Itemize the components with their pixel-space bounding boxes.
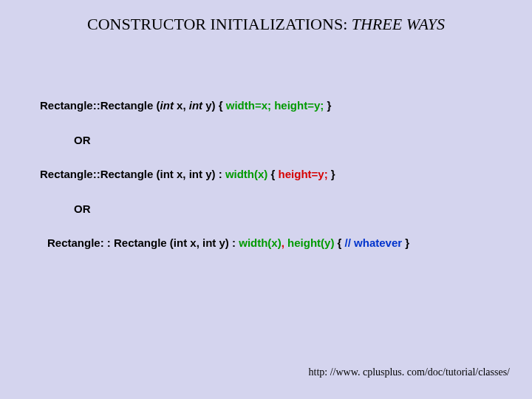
comma: , bbox=[282, 236, 287, 249]
brace-open: { bbox=[334, 236, 344, 249]
init-height: height(y) bbox=[287, 236, 334, 249]
footer-url: http: //www. cplusplus. com/doc/tutorial… bbox=[309, 366, 510, 378]
colon: : bbox=[232, 236, 239, 249]
comment: // whatever bbox=[345, 236, 403, 249]
int-kw: int bbox=[189, 99, 202, 112]
colon: : bbox=[219, 168, 225, 180]
or-separator-1: OR bbox=[74, 132, 517, 149]
assign-width: width=x; bbox=[226, 99, 271, 112]
sig: Rectangle::Rectangle (int x, int y) bbox=[40, 168, 219, 180]
brace-close: } bbox=[328, 168, 335, 180]
int-kw: int bbox=[160, 99, 174, 112]
param-x: x, bbox=[174, 99, 189, 112]
sig: Rectangle::Rectangle ( bbox=[40, 99, 160, 112]
code-line-3: Rectangle: : Rectangle (int x, int y) : … bbox=[47, 235, 517, 252]
sig: Rectangle: : Rectangle (int x, int y) bbox=[47, 236, 232, 249]
title-emph: THREE WAYS bbox=[352, 15, 445, 33]
brace-close: } bbox=[402, 236, 409, 249]
page-title: CONSTRUCTOR INITIALIZATIONS: THREE WAYS bbox=[0, 15, 532, 34]
or-separator-2: OR bbox=[74, 201, 517, 218]
init-width: width(x) bbox=[239, 236, 282, 249]
code-block: Rectangle::Rectangle (int x, int y) { wi… bbox=[40, 98, 517, 252]
code-line-2: Rectangle::Rectangle (int x, int y) : wi… bbox=[40, 166, 517, 183]
brace-close: } bbox=[324, 99, 331, 112]
title-prefix: CONSTRUCTOR INITIALIZATIONS: bbox=[87, 15, 352, 33]
assign-height: height=y; bbox=[274, 99, 324, 112]
brace-open: { bbox=[267, 168, 278, 180]
param-y: y) { bbox=[202, 99, 226, 112]
init-width: width(x) bbox=[225, 168, 268, 180]
assign-height: height=y; bbox=[279, 168, 328, 180]
code-line-1: Rectangle::Rectangle (int x, int y) { wi… bbox=[40, 98, 517, 115]
